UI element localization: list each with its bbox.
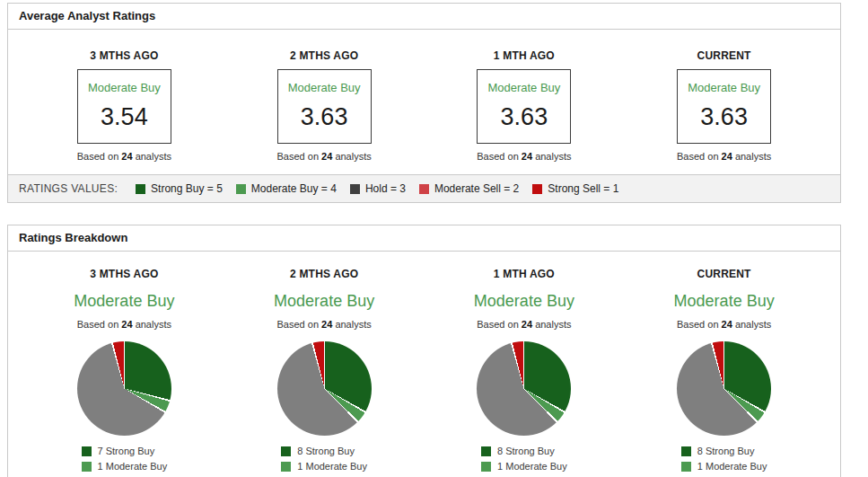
ratings-value-text: Moderate Sell = 2 [434,182,519,195]
rating-label: Moderate Buy [678,81,770,94]
based-prefix: Based on [477,151,518,162]
breakdown-column-2mths: 2 MTHS AGO Moderate Buy Based on 24 anal… [224,268,425,477]
pie-legend-item: 8 Strong Buy [281,446,367,456]
based-prefix: Based on [677,319,718,330]
avg-score-box: Moderate Buy 3.63 [277,69,372,144]
based-prefix: Based on [77,319,118,330]
rating-value: 3.63 [478,105,570,129]
pie-legend: 8 Strong Buy 1 Moderate Buy 14 Hold 1 St… [481,441,567,477]
rating-value: 3.63 [678,105,770,129]
color-swatch [350,184,360,194]
avg-column-1mth: 1 MTH AGO Moderate Buy 3.63 Based on 24 … [425,49,625,162]
pie-chart [677,341,771,436]
based-prefix: Based on [77,151,118,162]
ratings-breakdown-panel: Ratings Breakdown 3 MTHS AGO Moderate Bu… [7,225,841,477]
pie-legend-text: 1 Moderate Buy [297,461,367,472]
pie-chart [77,341,171,436]
breakdown-columns: 3 MTHS AGO Moderate Buy Based on 24 anal… [8,252,840,477]
based-prefix: Based on [277,319,319,330]
analyst-count: 24 [722,319,732,330]
pie-legend-text: 8 Strong Buy [697,446,755,456]
color-swatch [136,184,145,194]
based-on-analysts: Based on 24 analysts [224,151,425,162]
ratings-breakdown-title: Ratings Breakdown [8,225,840,252]
analyst-count: 24 [121,151,132,162]
based-prefix: Based on [477,319,518,330]
breakdown-column-3mths: 3 MTHS AGO Moderate Buy Based on 24 anal… [24,268,224,477]
based-suffix: analysts [335,151,371,162]
color-swatch [82,446,92,456]
analyst-ratings-widget: Average Analyst Ratings 3 MTHS AGO Moder… [7,3,841,477]
ratings-value-item-strong-buy: Strong Buy = 5 [136,182,223,195]
pie-chart [277,341,372,436]
period-label: 1 MTH AGO [425,268,625,280]
analyst-count: 24 [522,319,532,330]
based-on-analysts: Based on 24 analysts [24,319,224,330]
pie-legend: 8 Strong Buy 1 Moderate Buy 14 Hold 1 St… [681,441,767,477]
based-on-analysts: Based on 24 analysts [425,319,625,330]
pie-legend-text: 1 Moderate Buy [98,461,168,472]
based-prefix: Based on [677,151,718,162]
color-swatch [481,462,491,472]
period-label: 1 MTH AGO [425,49,625,62]
breakdown-column-1mth: 1 MTH AGO Moderate Buy Based on 24 analy… [425,268,625,477]
rating-label: Moderate Buy [624,292,824,311]
color-swatch [236,184,246,194]
rating-label: Moderate Buy [425,292,625,311]
based-on-analysts: Based on 24 analysts [624,151,824,162]
period-label: 3 MTHS AGO [24,49,224,62]
ratings-value-text: Strong Buy = 5 [151,182,223,195]
based-on-analysts: Based on 24 analysts [224,319,425,330]
based-suffix: analysts [735,319,771,330]
avg-column-3mths: 3 MTHS AGO Moderate Buy 3.54 Based on 24… [24,49,224,162]
ratings-value-item-hold: Hold = 3 [350,182,406,195]
color-swatch [681,446,691,456]
pie-legend-item: 7 Strong Buy [82,446,168,456]
avg-score-box: Moderate Buy 3.63 [477,69,571,144]
based-suffix: analysts [335,319,371,330]
pie-legend-text: 1 Moderate Buy [697,461,767,472]
pie-legend-item: 8 Strong Buy [681,446,767,456]
color-swatch [481,446,491,456]
pie-legend-text: 8 Strong Buy [497,446,555,456]
based-suffix: analysts [735,151,771,162]
rating-label: Moderate Buy [224,292,425,311]
color-swatch [532,184,542,194]
pie-legend-text: 7 Strong Buy [98,446,155,456]
ratings-values-label: RATINGS VALUES: [19,182,118,195]
average-analyst-ratings-panel: Average Analyst Ratings 3 MTHS AGO Moder… [7,3,841,175]
analyst-count: 24 [121,319,132,330]
pie-legend-text: 8 Strong Buy [297,446,355,456]
based-suffix: analysts [535,319,571,330]
ratings-value-text: Strong Sell = 1 [548,182,618,195]
period-label: CURRENT [624,268,824,280]
period-label: 2 MTHS AGO [224,268,425,280]
period-label: CURRENT [624,49,824,62]
color-swatch [681,462,691,472]
analyst-count: 24 [321,319,332,330]
pie-legend-text: 1 Moderate Buy [497,461,567,472]
pie-legend-item: 1 Moderate Buy [481,461,567,472]
color-swatch [82,462,92,472]
analyst-count: 24 [522,151,532,162]
color-swatch [281,462,291,472]
pie-legend-item: 8 Strong Buy [481,446,567,456]
period-label: 3 MTHS AGO [24,268,224,280]
color-swatch [419,184,429,194]
analyst-count: 24 [722,151,732,162]
pie-legend: 8 Strong Buy 1 Moderate Buy 14 Hold 1 St… [281,441,367,477]
period-label: 2 MTHS AGO [224,49,425,62]
average-ratings-columns: 3 MTHS AGO Moderate Buy 3.54 Based on 24… [8,30,840,174]
based-prefix: Based on [277,151,319,162]
pie-legend-item: 1 Moderate Buy [82,461,168,472]
avg-score-box: Moderate Buy 3.54 [77,69,171,144]
rating-label: Moderate Buy [78,81,171,94]
ratings-value-item-moderate-buy: Moderate Buy = 4 [236,182,337,195]
based-on-analysts: Based on 24 analysts [24,151,224,162]
avg-column-current: CURRENT Moderate Buy 3.63 Based on 24 an… [624,49,824,162]
color-swatch [281,446,291,456]
average-analyst-ratings-title: Average Analyst Ratings [8,4,840,30]
rating-label: Moderate Buy [278,81,371,94]
breakdown-column-current: CURRENT Moderate Buy Based on 24 analyst… [624,268,824,477]
pie-legend-item: 1 Moderate Buy [281,461,367,472]
